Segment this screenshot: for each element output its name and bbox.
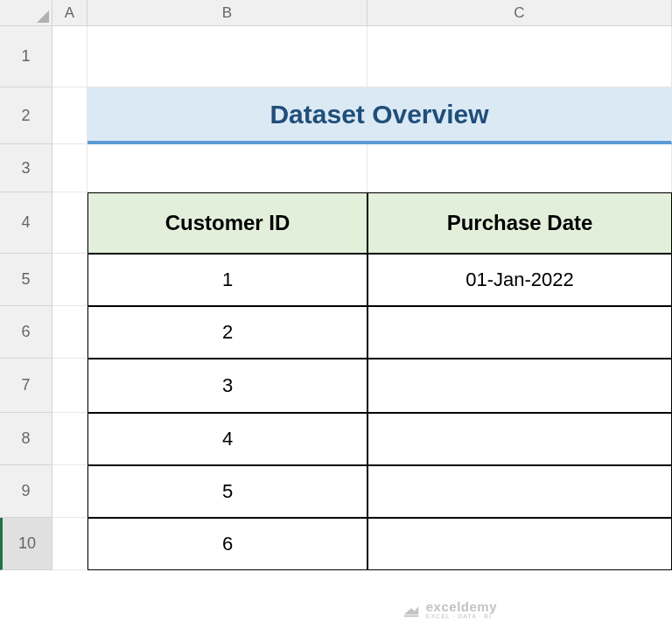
row-header-6[interactable]: 6 xyxy=(0,306,52,359)
row-header-7[interactable]: 7 xyxy=(0,359,52,413)
table-row[interactable]: 6 xyxy=(88,518,368,570)
table-row[interactable] xyxy=(368,306,672,359)
table-row[interactable] xyxy=(368,518,672,570)
cell-b1[interactable] xyxy=(88,26,368,87)
watermark: exceldemy EXCEL · DATA · BI xyxy=(402,600,497,619)
table-row[interactable]: 4 xyxy=(88,413,368,465)
cell-a10[interactable] xyxy=(52,518,88,570)
row-header-2[interactable]: 2 xyxy=(0,87,52,144)
table-row[interactable] xyxy=(368,465,672,518)
row-header-9[interactable]: 9 xyxy=(0,465,52,518)
table-row[interactable]: 5 xyxy=(88,465,368,518)
watermark-tag: EXCEL · DATA · BI xyxy=(426,613,497,619)
table-header-customer-id[interactable]: Customer ID xyxy=(88,192,368,254)
cell-a3[interactable] xyxy=(52,144,88,192)
table-row[interactable]: 2 xyxy=(88,306,368,359)
watermark-brand: exceldemy xyxy=(426,600,497,613)
cell-a7[interactable] xyxy=(52,359,88,413)
dataset-title[interactable]: Dataset Overview xyxy=(88,87,672,144)
cell-b3[interactable] xyxy=(88,144,368,192)
table-row[interactable]: 1 xyxy=(88,254,368,306)
cell-a5[interactable] xyxy=(52,254,88,306)
cell-c3[interactable] xyxy=(368,144,672,192)
row-header-4[interactable]: 4 xyxy=(0,192,52,254)
cell-a4[interactable] xyxy=(52,192,88,254)
table-header-purchase-date[interactable]: Purchase Date xyxy=(368,192,672,254)
cell-a1[interactable] xyxy=(52,26,88,87)
table-row[interactable]: 01-Jan-2022 xyxy=(368,254,672,306)
cell-a6[interactable] xyxy=(52,306,88,359)
row-header-1[interactable]: 1 xyxy=(0,26,52,87)
spreadsheet-grid: A B C 1 2 Dataset Overview 3 4 Customer … xyxy=(0,0,672,570)
col-header-a[interactable]: A xyxy=(52,0,88,26)
row-header-10[interactable]: 10 xyxy=(0,518,52,570)
row-header-5[interactable]: 5 xyxy=(0,254,52,306)
table-row[interactable]: 3 xyxy=(88,359,368,413)
cell-a9[interactable] xyxy=(52,465,88,518)
cell-c1[interactable] xyxy=(368,26,672,87)
watermark-text: exceldemy EXCEL · DATA · BI xyxy=(426,600,497,619)
cell-a8[interactable] xyxy=(52,413,88,465)
row-header-3[interactable]: 3 xyxy=(0,144,52,192)
table-row[interactable] xyxy=(368,359,672,413)
svg-rect-0 xyxy=(404,615,419,617)
col-header-c[interactable]: C xyxy=(368,0,672,26)
table-row[interactable] xyxy=(368,413,672,465)
exceldemy-icon xyxy=(402,600,421,619)
cell-a2[interactable] xyxy=(52,87,88,144)
col-header-b[interactable]: B xyxy=(88,0,368,26)
row-header-8[interactable]: 8 xyxy=(0,413,52,465)
select-all-corner[interactable] xyxy=(0,0,52,26)
